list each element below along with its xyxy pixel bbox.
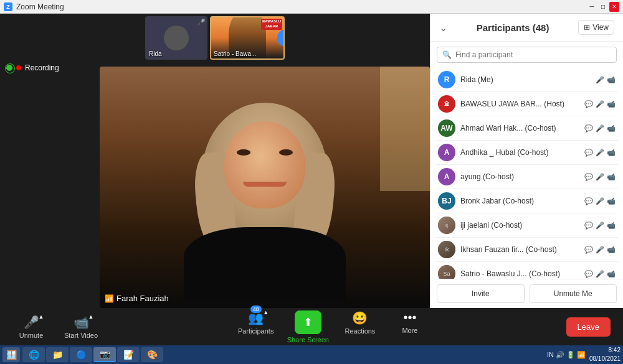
taskbar-zoom[interactable]: 📷: [93, 347, 116, 362]
participants-panel: ⌄ Participants (48) ⊞ View 🔍 R Rida (Me)…: [430, 14, 623, 308]
main-video: 📶 Farah Fauziah: [100, 67, 430, 308]
video-area: 🎤 Rida BAWASLUJABAR Satrio - Bawa... Rec…: [0, 14, 430, 308]
network-icon: 📶: [577, 351, 586, 359]
share-screen-icon-wrap: ⬆: [295, 310, 321, 334]
chat-icon-ikhsan: 💬: [584, 246, 593, 254]
participant-item-satrio[interactable]: Sa Satrio - Bawaslu J... (Co-host) 💬 🎤 📹: [435, 262, 618, 279]
more-icon: •••: [403, 310, 416, 325]
taskbar-folder[interactable]: 📁: [46, 347, 69, 362]
reactions-icon: 😀: [352, 310, 368, 325]
mute-icon-satrio: 🎤: [596, 270, 604, 278]
participant-item-ayung[interactable]: A ayung (Co-host) 💬 🎤 📹: [435, 165, 618, 189]
participant-item-rida[interactable]: R Rida (Me) 🎤 📹: [435, 68, 618, 92]
taskbar-ie[interactable]: 🌐: [22, 347, 45, 362]
recording-label: Recording: [25, 63, 59, 72]
video-icon-ayung: 📹: [607, 173, 616, 181]
zoom-icon: Z: [4, 2, 12, 11]
avatar-rida: R: [438, 71, 455, 88]
participants-chevron: ▲: [263, 309, 269, 315]
toolbar-left: 🎤 ▲ Unmute 📹 ▲ Start Video: [12, 315, 100, 339]
participants-icon-container: 👥 48 ▲: [248, 310, 264, 325]
participant-item-ahmad[interactable]: AW Ahmad Wari Hak... (Co-host) 💬 🎤 📹: [435, 116, 618, 141]
video-icon-iji: 📹: [607, 222, 616, 230]
participant-icons-ahmad: 💬 🎤 📹: [584, 124, 616, 133]
video-icon-bawaslu: 📹: [607, 100, 616, 108]
speaker-icon: 🔊: [556, 351, 564, 359]
video-icon-ikhsan: 📹: [607, 246, 616, 254]
word-icon: 📝: [123, 350, 134, 360]
share-screen-button[interactable]: ⬆ Share Screen: [287, 310, 329, 343]
clock-date: 08/10/2021: [589, 355, 621, 363]
system-tray: IN 🔊 🔋 📶: [547, 351, 586, 359]
reactions-button[interactable]: 😀 Reactions: [341, 310, 379, 343]
thumbnail-rida[interactable]: 🎤 Rida: [145, 16, 207, 60]
main-container: 🎤 Rida BAWASLUJABAR Satrio - Bawa... Rec…: [0, 14, 623, 308]
avatar-ayung: A: [438, 168, 455, 185]
unmute-chevron: ▲: [39, 314, 44, 320]
view-label: View: [592, 23, 609, 32]
view-button[interactable]: ⊞ View: [578, 20, 614, 35]
participants-count-badge: 48: [250, 306, 262, 313]
taskbar-word[interactable]: 📝: [117, 347, 140, 362]
start-video-icon-container: 📹 ▲: [74, 315, 89, 330]
taskbar: 🪟 🌐 📁 🔵 📷 📝 🎨 IN 🔊: [0, 345, 623, 364]
avatar-bronk: BJ: [438, 192, 455, 210]
taskbar-left: 🪟 🌐 📁 🔵 📷 📝 🎨: [2, 347, 163, 362]
thumbnail-satrio[interactable]: BAWASLUJABAR Satrio - Bawa...: [210, 16, 285, 60]
video-chevron: ▲: [88, 314, 94, 320]
microphone-icon: 🎤: [24, 315, 39, 330]
leave-button[interactable]: Leave: [566, 317, 611, 337]
video-icon-satrio: 📹: [607, 270, 616, 278]
chat-icon-bawaslu: 💬: [584, 100, 593, 108]
avatar-ahmad: AW: [438, 119, 455, 137]
windows-icon: 🪟: [6, 350, 17, 360]
mute-icon-ikhsan: 🎤: [596, 246, 604, 254]
more-button[interactable]: ••• More: [391, 310, 429, 343]
rida-mute-icon: 🎤: [197, 19, 205, 26]
participant-icons-andhika: 💬 🎤 📹: [584, 149, 616, 157]
view-icon: ⊞: [584, 23, 590, 32]
participant-item-andhika[interactable]: A Andhika _ Hubal (Co-host) 💬 🎤 📹: [435, 141, 618, 165]
close-button[interactable]: ✕: [609, 2, 619, 12]
search-input[interactable]: [455, 50, 611, 59]
speaker-label: 📶 Farah Fauziah: [105, 294, 169, 303]
participants-button[interactable]: 👥 48 ▲ Participants: [237, 310, 275, 343]
battery-icon: 🔋: [566, 351, 575, 359]
participant-name-iji: iji jaelani (Co-host): [460, 221, 579, 230]
participant-list: R Rida (Me) 🎤 📹 🏛 BAWASLU JAWA BAR... (H…: [430, 68, 623, 279]
start-menu-button[interactable]: 🪟: [2, 347, 20, 362]
taskbar-chrome[interactable]: 🔵: [70, 347, 92, 362]
folder-icon: 📁: [52, 350, 63, 360]
toolbar: 🎤 ▲ Unmute 📹 ▲ Start Video 👥 48 ▲ Partic…: [0, 308, 623, 345]
start-video-button[interactable]: 📹 ▲ Start Video: [62, 315, 100, 339]
collapse-icon[interactable]: ⌄: [439, 22, 447, 34]
reactions-label: Reactions: [345, 327, 375, 335]
participant-name-andhika: Andhika _ Hubal (Co-host): [460, 148, 579, 157]
mute-icon-iji: 🎤: [596, 222, 604, 230]
participant-item-bronk[interactable]: BJ Bronk Jabar (Co-host) 💬 🎤 📹: [435, 189, 618, 213]
participant-name-ahmad: Ahmad Wari Hak... (Co-host): [460, 124, 579, 133]
unmute-label: Unmute: [19, 332, 44, 339]
search-box[interactable]: 🔍: [437, 47, 617, 63]
avatar-ikhsan: Ik: [438, 241, 455, 258]
participant-item-ikhsan[interactable]: Ik Ikhsan Fauzan fir... (Co-host) 💬 🎤 📹: [435, 238, 618, 262]
unmute-button[interactable]: 🎤 ▲ Unmute: [12, 315, 50, 339]
taskbar-time: 8:42 08/10/2021: [589, 346, 621, 363]
share-screen-label: Share Screen: [287, 336, 329, 343]
window-title: Zoom Meeting: [16, 2, 64, 11]
chat-icon-ahmad: 💬: [584, 124, 593, 133]
participant-item-bawaslu[interactable]: 🏛 BAWASLU JAWA BAR... (Host) 💬 🎤 📹: [435, 92, 618, 116]
title-bar-controls[interactable]: ─ □ ✕: [587, 2, 619, 12]
recording-indicator: Recording: [6, 63, 59, 72]
invite-button[interactable]: Invite: [437, 284, 525, 303]
video-icon-andhika: 📹: [607, 149, 616, 157]
minimize-button[interactable]: ─: [587, 2, 597, 12]
taskbar-paint[interactable]: 🎨: [141, 347, 163, 362]
maximize-button[interactable]: □: [598, 2, 608, 12]
participant-item-iji[interactable]: ij iji jaelani (Co-host) 💬 🎤 📹: [435, 213, 618, 238]
video-icon-bronk: 📹: [607, 197, 616, 205]
chat-icon-satrio: 💬: [584, 270, 593, 278]
unmute-me-button[interactable]: Unmute Me: [530, 284, 617, 303]
participant-icons-ayung: 💬 🎤 📹: [584, 173, 616, 181]
panel-header: ⌄ Participants (48) ⊞ View: [430, 14, 623, 42]
